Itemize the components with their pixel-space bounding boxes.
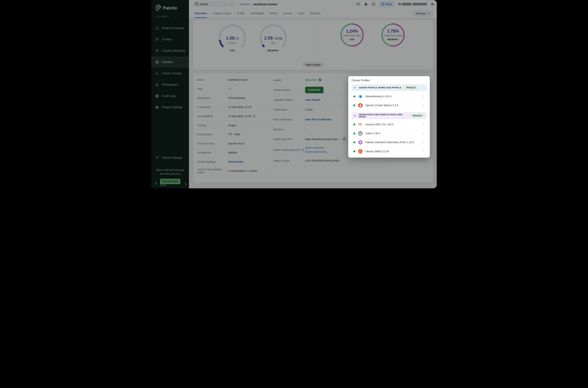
profile-item-label: Spectro Cluster Metrics 3.3.0 — [365, 104, 398, 107]
panel-title: Cluster Profiles — [352, 79, 427, 82]
section-label: INFRASTRUCTURE PROFILE DOCS-AWS-INFRA — [359, 114, 408, 118]
addon-profile-items: Opentelemetry 0.132.4 Spectro Cluster Me… — [352, 92, 427, 110]
status-dot-icon — [353, 141, 355, 143]
chevron-down-icon — [354, 86, 356, 89]
profile-item-calico[interactable]: Calico 3.30.2 — [352, 129, 427, 138]
chevron-right-icon — [423, 123, 424, 126]
app-window: Palette 4.8.0-250916 Project Overview Pr… — [151, 0, 437, 188]
cluster-profiles-panel: Cluster Profiles ADDON PROFILE WORKLOAD-… — [348, 76, 430, 158]
profile-item-label: Amazon EBS CSI 1.46.0 — [365, 123, 393, 126]
profile-item-label: Opentelemetry 0.132.4 — [365, 95, 391, 98]
chevron-down-icon — [354, 114, 356, 117]
profile-item-ubuntu[interactable]: Ubuntu (AWS) 22.04 — [352, 147, 427, 156]
chevron-right-icon — [423, 132, 424, 135]
infrastructure-profile-items: aws Amazon EBS CSI 1.46.0 Calico 3.30.2 — [352, 120, 427, 156]
profile-item-label: Calico 3.30.2 — [365, 132, 380, 135]
project-badge: PROJECT — [411, 114, 424, 118]
prometheus-icon — [358, 103, 363, 108]
svg-text:aws: aws — [359, 123, 362, 125]
project-badge: PROJECT — [404, 86, 418, 89]
profile-item-label: Palette eXtended Kubernetes (PXK) 1.32.8 — [365, 141, 414, 144]
profile-item-pxk[interactable]: Palette eXtended Kubernetes (PXK) 1.32.8 — [352, 138, 427, 147]
status-dot-icon — [353, 96, 355, 97]
chevron-right-icon — [423, 104, 424, 107]
aws-icon: aws — [358, 122, 363, 127]
opentelemetry-icon — [358, 94, 363, 99]
pxk-icon — [358, 140, 363, 145]
ubuntu-icon — [358, 149, 363, 154]
chevron-right-icon — [423, 150, 424, 153]
profile-item-label: Ubuntu (AWS) 22.04 — [365, 150, 389, 153]
infrastructure-profile-section-header[interactable]: INFRASTRUCTURE PROFILE DOCS-AWS-INFRA PR… — [352, 112, 427, 119]
status-dot-icon — [353, 123, 355, 125]
profile-item-amazon-ebs-csi[interactable]: aws Amazon EBS CSI 1.46.0 — [352, 120, 427, 129]
status-dot-icon — [353, 150, 355, 152]
profile-item-opentelemetry[interactable]: Opentelemetry 0.132.4 — [352, 92, 427, 101]
chevron-right-icon — [423, 141, 424, 144]
chevron-right-icon — [423, 95, 424, 98]
addon-profile-section-header[interactable]: ADDON PROFILE WORKLOAD-PROFILE PROJECT — [352, 84, 427, 91]
status-dot-icon — [353, 104, 355, 106]
calico-icon — [358, 131, 363, 136]
status-dot-icon — [353, 132, 355, 134]
profile-item-spectro-cluster-metrics[interactable]: Spectro Cluster Metrics 3.3.0 — [352, 101, 427, 110]
section-label: ADDON PROFILE WORKLOAD-PROFILE — [359, 87, 401, 89]
